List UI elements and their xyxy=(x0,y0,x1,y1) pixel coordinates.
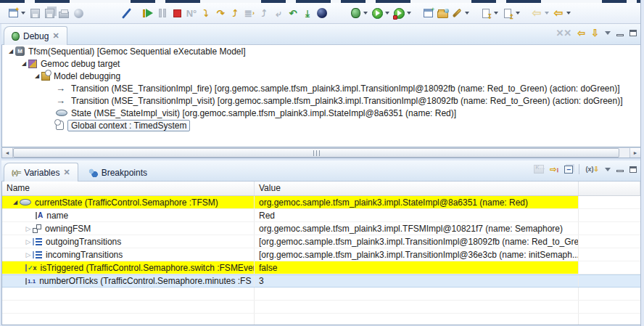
redo-step-icon[interactable]: ⤓ xyxy=(300,6,315,20)
save-icon[interactable] xyxy=(28,6,42,20)
step-forward-icon[interactable]: ⇩ xyxy=(591,28,599,38)
highlighter-dropdown-icon[interactable] xyxy=(465,12,469,15)
tree-row[interactable]: ◢ M Tfsm(Sequential) [Gemoc Sequential e… xyxy=(2,45,640,57)
tree-row[interactable]: ◢ Gemoc debug target xyxy=(2,57,640,70)
highlighter-icon[interactable] xyxy=(450,6,464,20)
terminate-icon[interactable] xyxy=(170,6,184,20)
tree-row-label: Transition (MSE_TransitionImpl_visit) [o… xyxy=(71,96,623,106)
variable-name: incomingTransitions xyxy=(46,250,123,260)
variable-name: numberOfTicks (TrafficControl.Semaphore.… xyxy=(39,276,251,286)
launch-ball-icon[interactable] xyxy=(71,6,86,20)
variables-view-menu-icon[interactable] xyxy=(605,168,611,171)
expander-open-icon[interactable]: ◢ xyxy=(7,48,15,54)
use-step-filters-icon[interactable]: ≣› xyxy=(242,6,257,20)
step-over-icon[interactable]: ↷ xyxy=(213,6,228,20)
table-row[interactable]: 1.1 numberOfTicks (TrafficControl.Semaph… xyxy=(2,274,640,288)
tree-row[interactable]: ◢ Model debugging xyxy=(2,70,640,82)
tab-variables-close-icon[interactable]: ✕ xyxy=(63,168,70,177)
debug-tabbar: Debug ✕ ✕✕ ⇦ ⇩ xyxy=(1,24,641,45)
expander-open-icon[interactable]: ◢ xyxy=(33,73,41,79)
expander-open-icon[interactable]: ◢ xyxy=(11,199,20,205)
variables-minimize-icon[interactable] xyxy=(616,170,624,172)
next-edit-dropdown-icon[interactable] xyxy=(516,12,520,15)
resume-icon[interactable] xyxy=(141,6,155,20)
debug-view-toolbar: ✕✕ ⇦ ⇩ xyxy=(556,28,637,38)
drop-to-frame-icon[interactable]: ⤴ xyxy=(257,6,271,20)
show-logical-structure-icon[interactable]: ⇨⁝ xyxy=(550,165,558,174)
variable-name: outgoingTransitions xyxy=(46,237,121,247)
scrollbar-thumb[interactable] xyxy=(13,148,619,158)
tab-debug-close-icon[interactable]: ✕ xyxy=(52,31,59,41)
variable-name: owningFSM xyxy=(45,224,91,234)
run-launch-dropdown-icon[interactable] xyxy=(385,12,389,15)
last-edit-location-icon[interactable] xyxy=(479,6,493,20)
print-icon[interactable] xyxy=(57,6,71,20)
remove-all-terminated-icon[interactable]: ✕✕ xyxy=(556,28,571,38)
forward-nav-icon[interactable]: ⇦ xyxy=(529,6,544,20)
step-backward-icon[interactable]: ⇦ xyxy=(577,28,585,38)
variable-name: currentState (TrafficControl.Semaphore :… xyxy=(35,197,218,208)
debug-maximize-icon[interactable] xyxy=(629,30,637,36)
collapse-all-icon[interactable]: − xyxy=(564,166,573,174)
step-return-icon[interactable]: ⤴ xyxy=(228,6,242,20)
back-nav-dropdown-icon[interactable] xyxy=(566,12,571,15)
table-row[interactable]: ▷ incomingTransitions [org.gemoc.sample.… xyxy=(2,248,640,261)
scroll-right-icon[interactable]: ► xyxy=(629,148,640,158)
expander-closed-icon[interactable]: ▷ xyxy=(24,251,33,258)
state-icon xyxy=(56,110,67,116)
disconnect-icon[interactable]: N° xyxy=(184,6,199,20)
expander-closed-icon[interactable]: ▷ xyxy=(24,225,33,232)
step-back-icon[interactable]: ⤶ xyxy=(271,6,286,20)
table-row[interactable]: ▷ outgoingTransitions [org.gemoc.sample.… xyxy=(2,235,640,248)
tree-row selected[interactable]: Global context : TimedSystem xyxy=(2,119,640,131)
tree-row[interactable]: State (MSE_StateImpl_visit) [org.gemoc.s… xyxy=(2,107,640,119)
save-all-icon[interactable] xyxy=(42,6,57,20)
new-modeling-wizard-icon[interactable]: + xyxy=(421,6,435,20)
open-folder-icon[interactable] xyxy=(435,6,450,20)
external-tools-icon[interactable] xyxy=(392,6,406,20)
column-header-name[interactable]: Name xyxy=(2,182,255,195)
step-into-icon[interactable]: ⤵ xyxy=(199,6,213,20)
tree-row-label: Tfsm(Sequential) [Gemoc Sequential eXecu… xyxy=(28,46,246,57)
debug-launch-dropdown-icon[interactable] xyxy=(363,12,368,15)
undo-step-icon[interactable]: ↶ xyxy=(286,6,300,20)
table-row[interactable]: ▷ owningFSM org.gemoc.sample.tfsm_plaink… xyxy=(2,222,640,235)
main-toolbar: ✦ N° ⤵ ↷ ⤴ ≣› ⤴ ⤶ ↶ ⤓ + ⇦ ⇦ xyxy=(0,3,644,24)
suspend-icon[interactable] xyxy=(155,6,170,20)
external-tools-dropdown-icon[interactable] xyxy=(407,12,411,15)
web-globe-icon[interactable] xyxy=(315,6,329,20)
run-launch-icon[interactable] xyxy=(370,6,384,20)
variable-value: false xyxy=(259,263,277,273)
show-type-names-icon[interactable] xyxy=(534,165,544,174)
next-edit-location-icon[interactable] xyxy=(500,6,515,20)
variables-maximize-icon[interactable] xyxy=(629,166,637,173)
debug-horizontal-scrollbar[interactable]: ◄ ► xyxy=(1,147,641,158)
tree-row-label: Gemoc debug target xyxy=(41,59,120,69)
new-wizard-icon[interactable]: ✦ xyxy=(6,6,20,20)
column-header-empty xyxy=(579,182,640,195)
table-row[interactable]: ◢ currentState (TrafficControl.Semaphore… xyxy=(2,196,640,209)
last-edit-dropdown-icon[interactable] xyxy=(494,12,498,15)
tab-breakpoints[interactable]: Breakpoints xyxy=(80,163,155,182)
forward-nav-dropdown-icon[interactable] xyxy=(545,12,549,15)
column-header-value[interactable]: Value xyxy=(255,182,579,195)
back-nav-icon[interactable]: ⇦ xyxy=(551,6,566,20)
tree-row[interactable]: → Transition (MSE_TransitionImpl_visit) … xyxy=(2,94,640,107)
model-debugging-icon xyxy=(41,72,50,81)
expander-closed-icon[interactable]: ▷ xyxy=(24,238,33,245)
tab-debug[interactable]: Debug ✕ xyxy=(4,26,67,45)
debug-minimize-icon[interactable] xyxy=(616,34,624,36)
scroll-left-icon[interactable]: ◄ xyxy=(2,148,13,158)
watch-expression-icon[interactable]: (x)⇩ xyxy=(585,166,599,173)
skip-all-breakpoints-icon[interactable] xyxy=(119,6,133,20)
table-row[interactable]: ✓x isTriggered (TrafficControl.Semaphore… xyxy=(2,261,640,274)
global-context-icon xyxy=(56,121,64,130)
tab-variables[interactable]: (x)= Variables ✕ xyxy=(4,163,78,182)
new-wizard-dropdown-icon[interactable] xyxy=(21,12,25,15)
tree-row[interactable]: → Transition (MSE_TransitionImpl_fire) [… xyxy=(2,82,640,94)
debug-launch-icon[interactable] xyxy=(348,6,363,20)
table-row[interactable]: A name Red xyxy=(2,209,640,222)
toolbar-separator xyxy=(579,164,579,174)
expander-open-icon[interactable]: ◢ xyxy=(20,60,28,67)
debug-view-menu-icon[interactable] xyxy=(605,31,611,35)
